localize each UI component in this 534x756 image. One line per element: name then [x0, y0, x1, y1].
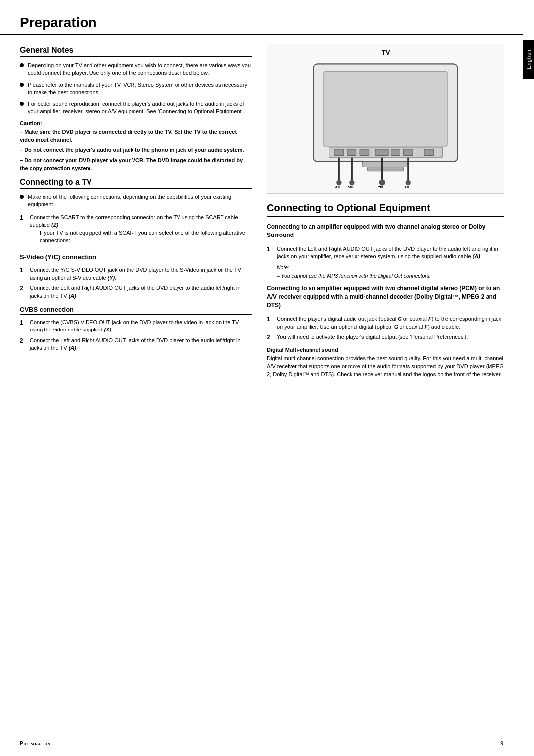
- amp-digital-steps: 1 Connect the player's digital audio out…: [267, 315, 504, 342]
- step-content: Connect the (CVBS) VIDEO OUT jack on the…: [30, 319, 252, 334]
- list-item: 1 Connect the Left and Right AUDIO OUT j…: [267, 245, 504, 261]
- step-content: Connect the SCART to the corresponding c…: [30, 214, 252, 248]
- list-item: 1 Connect the (CVBS) VIDEO OUT jack on t…: [20, 319, 252, 334]
- bullet-icon: [20, 102, 24, 106]
- step-number: 1: [267, 315, 274, 324]
- amp-analog-note: Note: – You cannot use the MP3 function …: [277, 264, 504, 280]
- sidebar-language-tab: English: [523, 40, 534, 79]
- step-number: 2: [267, 333, 274, 342]
- svideo-header: S-Video (Y/C) connection: [20, 253, 252, 262]
- svideo-steps: 1 Connect the Y/C S-VIDEO OUT jack on th…: [20, 266, 252, 300]
- step-number: 2: [20, 337, 27, 345]
- list-item: 2 Connect the Left and Right AUDIO OUT j…: [20, 284, 252, 300]
- bullet-icon: [20, 83, 24, 87]
- svg-point-19: [379, 179, 385, 185]
- step-content: Connect the Left and Right AUDIO OUT jac…: [277, 245, 504, 261]
- tv-diagram: TV: [267, 44, 504, 194]
- svg-rect-1: [324, 72, 447, 146]
- step-number: 1: [20, 319, 27, 327]
- step-content: Connect the Left and Right AUDIO OUT jac…: [30, 337, 252, 352]
- tv-diagram-svg: A X Z Y: [272, 59, 499, 188]
- optional-equipment-header: Connecting to Optional Equipment: [267, 201, 504, 217]
- bullet-text: Please refer to the manuals of your TV, …: [28, 81, 252, 96]
- digital-multichannel-block: Digital Multi-channel sound Digital mult…: [267, 347, 504, 378]
- bullet-text: Depending on your TV and other equipment…: [28, 62, 252, 77]
- step-content: Connect the Left and Right AUDIO OUT jac…: [30, 284, 252, 300]
- svg-rect-7: [360, 149, 369, 155]
- note-label: Note:: [277, 264, 289, 270]
- caution-line-3: – Do not connect your DVD-player via you…: [20, 157, 252, 173]
- caution-label: Caution:: [20, 120, 252, 126]
- step-number: 1: [20, 266, 27, 275]
- general-notes-bullets: Depending on your TV and other equipment…: [20, 62, 252, 115]
- caution-text: – Make sure the DVD player is connected …: [20, 128, 252, 173]
- digital-multichannel-label: Digital Multi-channel sound: [267, 347, 504, 353]
- list-item: 1 Connect the player's digital audio out…: [267, 315, 504, 331]
- bullet-icon: [20, 63, 24, 67]
- svg-text:X: X: [348, 185, 352, 188]
- page: English Preparation General Notes Depend…: [0, 0, 534, 756]
- bullet-text: For better sound reproduction, connect t…: [28, 100, 252, 116]
- page-footer: Preparation 9: [0, 740, 523, 746]
- step-number: 1: [20, 214, 27, 222]
- svg-rect-2: [362, 162, 409, 167]
- right-column: TV: [267, 44, 519, 383]
- connecting-tv-header: Connecting to a TV: [20, 178, 252, 189]
- amp-digital-header: Connecting to an amplifier equipped with…: [267, 284, 504, 311]
- list-item: 1 Connect the SCART to the corresponding…: [20, 214, 252, 248]
- left-column: General Notes Depending on your TV and o…: [20, 44, 252, 383]
- list-item: Make one of the following connections, d…: [20, 193, 252, 209]
- cvbs-steps: 1 Connect the (CVBS) VIDEO OUT jack on t…: [20, 319, 252, 352]
- svg-rect-3: [368, 167, 404, 171]
- tv-intro-list: Make one of the following connections, d…: [20, 193, 252, 209]
- step-number: 2: [20, 284, 27, 293]
- general-notes-section: General Notes Depending on your TV and o…: [20, 46, 252, 173]
- list-item: 2 Connect the Left and Right AUDIO OUT j…: [20, 337, 252, 352]
- optional-equipment-section: Connecting to Optional Equipment Connect…: [267, 201, 504, 378]
- caution-line-1: – Make sure the DVD player is connected …: [20, 128, 252, 144]
- svg-text:Z: Z: [378, 185, 381, 188]
- footer-label: Preparation: [20, 741, 51, 746]
- page-number: 9: [500, 740, 503, 746]
- caution-block: Caution: – Make sure the DVD player is c…: [20, 120, 252, 173]
- connecting-tv-section: Connecting to a TV Make one of the follo…: [20, 178, 252, 352]
- caution-line-2: – Do not connect the player's audio out …: [20, 146, 252, 154]
- step-number: 1: [267, 245, 274, 254]
- step-content: Connect the Y/C S-VIDEO OUT jack on the …: [30, 266, 252, 282]
- svg-rect-5: [334, 149, 344, 155]
- svg-rect-8: [375, 149, 388, 155]
- note-text: – You cannot use the MP3 function with t…: [277, 272, 504, 280]
- general-notes-header: General Notes: [20, 46, 252, 57]
- step-content: You will need to activate the player's d…: [277, 333, 504, 341]
- tv-diagram-label: TV: [272, 49, 499, 56]
- svg-rect-11: [424, 149, 434, 155]
- digital-multichannel-text: Digital multi-channel connection provide…: [267, 355, 504, 378]
- step-content: Connect the player's digital audio out j…: [277, 315, 504, 331]
- bullet-icon: [20, 195, 24, 199]
- list-item: Depending on your TV and other equipment…: [20, 62, 252, 77]
- list-item: For better sound reproduction, connect t…: [20, 100, 252, 116]
- page-title: Preparation: [0, 15, 523, 35]
- list-item: Please refer to the manuals of your TV, …: [20, 81, 252, 96]
- svg-rect-6: [347, 149, 356, 155]
- tv-intro-text: Make one of the following connections, d…: [28, 193, 252, 209]
- cvbs-header: CVBS connection: [20, 306, 252, 315]
- list-item: 1 Connect the Y/C S-VIDEO OUT jack on th…: [20, 266, 252, 282]
- svg-text:A: A: [334, 185, 338, 188]
- tv-step-list: 1 Connect the SCART to the corresponding…: [20, 214, 252, 248]
- svg-rect-9: [391, 149, 400, 155]
- list-item: 2 You will need to activate the player's…: [267, 333, 504, 342]
- amp-analog-steps: 1 Connect the Left and Right AUDIO OUT j…: [267, 245, 504, 261]
- step-note: If your TV is not equipped with a SCART …: [40, 229, 252, 245]
- amp-analog-header: Connecting to an amplifier equipped with…: [267, 223, 504, 241]
- svg-rect-10: [403, 149, 413, 155]
